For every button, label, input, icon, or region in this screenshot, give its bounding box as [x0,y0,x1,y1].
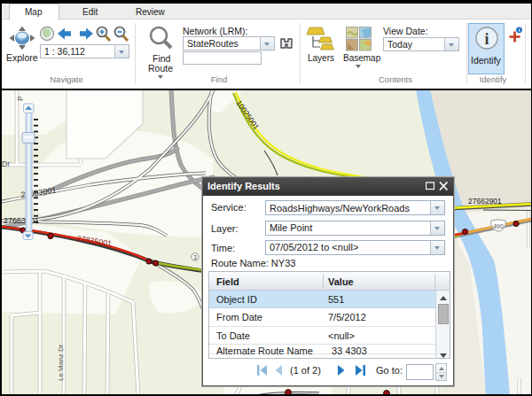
svg-text:P: P [16,96,25,101]
svg-text:Dr: Dr [2,159,10,168]
svg-text:27663101: 27663101 [4,216,39,225]
svg-text:3: 3 [193,254,197,260]
svg-text:27662901: 27662901 [468,197,502,206]
svg-text:i: i [484,30,489,48]
svg-text:490: 490 [493,223,504,229]
svg-text:Le Manz Dr: Le Manz Dr [57,344,65,381]
